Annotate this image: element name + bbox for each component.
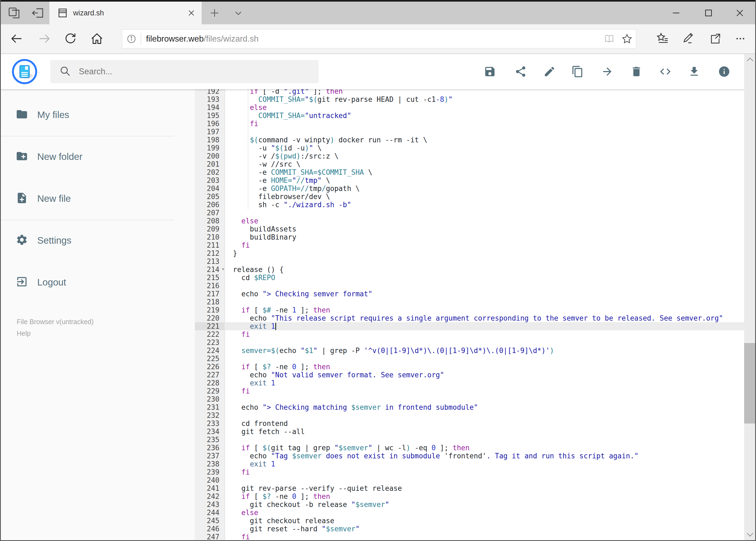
code-line[interactable]: 192 if [ -d ".git" ]; then (195, 89, 744, 95)
download-button[interactable] (688, 65, 700, 78)
code-line[interactable]: 207 (195, 209, 744, 217)
code-line[interactable]: 197 (195, 128, 744, 136)
add-favorite-star-button[interactable] (618, 33, 636, 45)
code-line[interactable]: 225 (195, 355, 744, 363)
code-line[interactable]: 224 semver=$(echo "$1" | grep -P '^v(0|[… (195, 346, 744, 355)
code-line[interactable]: 239 fi (195, 468, 744, 476)
scrollbar-thumb[interactable] (744, 343, 756, 423)
reading-view-button[interactable] (600, 33, 618, 45)
code-line[interactable]: 212} (195, 249, 744, 258)
code-line[interactable]: 218 (195, 298, 744, 306)
code-line[interactable]: 231 echo "> Checking matching $semver in… (195, 403, 744, 411)
code-line[interactable]: 244 else (195, 509, 744, 517)
code-line[interactable]: 230 (195, 395, 744, 403)
code-line[interactable]: 216 (195, 282, 744, 290)
code-line[interactable]: 241 git rev-parse --verify --quiet relea… (195, 484, 744, 492)
code-line[interactable]: 237 echo "Tag $semver does not exist in … (195, 452, 744, 460)
code-line[interactable]: 247 fi (195, 533, 744, 541)
close-window-button[interactable] (724, 2, 756, 24)
refresh-button[interactable] (61, 30, 80, 49)
favorites-hub-button[interactable] (653, 30, 672, 49)
code-line[interactable]: 203 -e HOME="//tmp" \ (195, 176, 744, 185)
code-line[interactable]: 196 fi (195, 120, 744, 128)
new-tab-button[interactable] (204, 2, 225, 24)
maximize-button[interactable] (692, 2, 725, 24)
delete-button[interactable] (630, 65, 642, 78)
code-line[interactable]: 195 COMMIT_SHA="untracked" (195, 112, 744, 120)
share-button[interactable] (706, 30, 725, 49)
code-line[interactable]: 206 sh -c "./wizard.sh -b" (195, 201, 744, 209)
sidebar-item-new-file[interactable]: New file (0, 184, 195, 214)
url-text[interactable]: filebrowser.web/files/wizard.sh (146, 34, 600, 44)
code-line[interactable]: 202 -e COMMIT_SHA=$COMMIT_SHA \ (195, 168, 744, 176)
code-editor[interactable]: 192 if [ -d ".git" ]; then193 COMMIT_SHA… (195, 89, 744, 541)
tab-preview-button[interactable] (2, 2, 26, 24)
code-line[interactable]: 217 echo "> Checking semver format" (195, 290, 744, 298)
home-button[interactable] (88, 30, 106, 49)
forward-button[interactable] (35, 30, 54, 49)
minimize-button[interactable] (660, 2, 692, 24)
copy-button[interactable] (571, 65, 584, 78)
back-button[interactable] (8, 30, 26, 49)
code-line[interactable]: 232 (195, 411, 744, 419)
code-line[interactable]: 213 (195, 258, 744, 266)
code-line[interactable]: 222 fi (195, 330, 744, 338)
code-line[interactable]: 246 git reset --hard "$semver" (195, 525, 744, 533)
code-line[interactable]: 233 cd frontend (195, 419, 744, 427)
info-button[interactable] (718, 65, 730, 78)
code-line[interactable]: 221 exit 1 (195, 322, 744, 330)
code-line[interactable]: 193 COMMIT_SHA="$(git rev-parse HEAD | c… (195, 95, 744, 104)
code-line[interactable]: 200 -v /$(pwd):/src:z \ (195, 152, 744, 160)
code-line[interactable]: 215 cd $REPO (195, 273, 744, 282)
code-line[interactable]: 238 exit 1 (195, 460, 744, 468)
tab-close-icon[interactable] (183, 5, 199, 21)
tab-list-dropdown-button[interactable] (226, 2, 250, 24)
search-box[interactable] (50, 60, 319, 83)
site-info-icon[interactable] (122, 33, 141, 45)
move-button[interactable] (601, 65, 614, 78)
sidebar-item-settings[interactable]: Settings (0, 226, 195, 255)
code-line[interactable]: 198 $(command -v winpty) docker run --rm… (195, 136, 744, 144)
page-scrollbar[interactable] (744, 54, 756, 540)
code-line[interactable]: 226 if [ $? -ne 0 ]; then (195, 363, 744, 371)
code-line[interactable]: 194 else (195, 104, 744, 112)
search-input[interactable] (78, 66, 268, 77)
code-line[interactable]: 228 exit 1 (195, 379, 744, 387)
filebrowser-logo[interactable] (11, 58, 38, 86)
code-line[interactable]: 223 (195, 338, 744, 346)
code-line[interactable]: 199 -u "$(id -u)" \ (195, 144, 744, 152)
help-link[interactable]: Help (17, 327, 94, 339)
code-line[interactable]: 209 buildAssets (195, 225, 744, 233)
code-line[interactable]: 208 else (195, 217, 744, 225)
set-tabs-aside-button[interactable] (26, 2, 50, 24)
code-line[interactable]: 219 if [ $# -ne 1 ]; then (195, 306, 744, 314)
sidebar-item-new-folder[interactable]: New folder (0, 142, 195, 172)
sidebar-item-my-files[interactable]: My files (0, 100, 195, 130)
code-line[interactable]: 220 echo "This release script requires a… (195, 314, 744, 322)
scroll-up-arrow[interactable] (744, 54, 756, 65)
scroll-down-arrow[interactable] (744, 529, 756, 540)
share-button[interactable] (514, 65, 527, 78)
web-notes-button[interactable] (679, 30, 698, 49)
code-line[interactable]: 214▾release () { (195, 266, 744, 273)
code-line[interactable]: 236 if [ $(git tag | grep "$semver" | wc… (195, 444, 744, 452)
code-line[interactable]: 211 fi (195, 241, 744, 249)
code-line[interactable]: 235 (195, 436, 744, 444)
code-line[interactable]: 240 (195, 476, 744, 484)
code-line[interactable]: 242 if [ $? -ne 0 ]; then (195, 492, 744, 500)
save-button[interactable] (484, 65, 496, 78)
code-line[interactable]: 229 fi (195, 387, 744, 395)
code-line[interactable]: 204 -e GOPATH=//tmp/gopath \ (195, 185, 744, 193)
fold-arrow-icon[interactable]: ▾ (222, 267, 224, 271)
code-line[interactable]: 245 git checkout release (195, 517, 744, 525)
edit-button[interactable] (543, 65, 556, 78)
code-line[interactable]: 234 git fetch --all (195, 427, 744, 436)
sidebar-item-logout[interactable]: Logout (0, 268, 195, 297)
browser-tab[interactable]: wizard.sh (49, 2, 202, 24)
code-line[interactable]: 210 buildBinary (195, 233, 744, 241)
code-button[interactable] (659, 65, 671, 78)
code-line[interactable]: 227 echo "Not valid semver format. See s… (195, 371, 744, 379)
code-line[interactable]: 205 filebrowser/dev \ (195, 193, 744, 201)
browser-menu-button[interactable] (731, 30, 750, 49)
code-line[interactable]: 243 git checkout -b release "$semver" (195, 500, 744, 509)
